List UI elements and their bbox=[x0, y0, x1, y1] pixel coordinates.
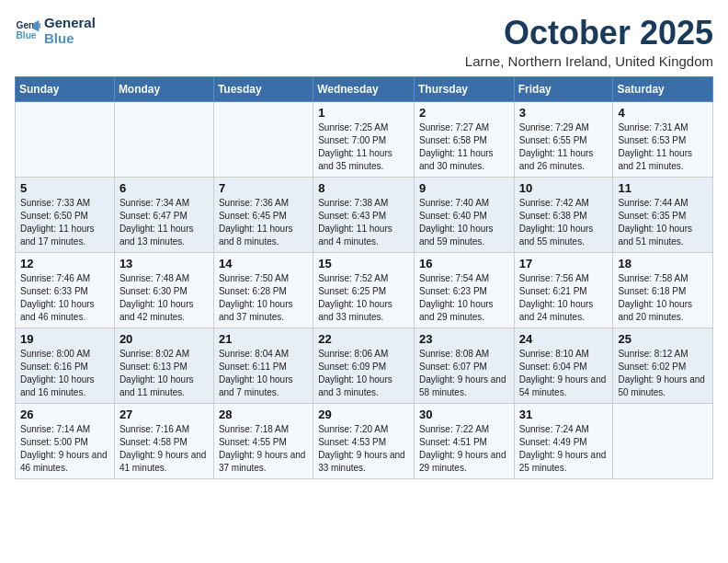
logo-line2: Blue bbox=[44, 30, 96, 46]
calendar-cell: 26Sunrise: 7:14 AM Sunset: 5:00 PM Dayli… bbox=[16, 403, 115, 478]
day-info: Sunrise: 7:14 AM Sunset: 5:00 PM Dayligh… bbox=[20, 423, 109, 475]
calendar-cell: 2Sunrise: 7:27 AM Sunset: 6:58 PM Daylig… bbox=[414, 101, 514, 177]
day-number: 3 bbox=[519, 106, 609, 120]
calendar-cell bbox=[613, 403, 713, 478]
calendar-cell: 16Sunrise: 7:54 AM Sunset: 6:23 PM Dayli… bbox=[414, 252, 514, 327]
day-info: Sunrise: 7:50 AM Sunset: 6:28 PM Dayligh… bbox=[219, 272, 308, 324]
calendar-cell: 9Sunrise: 7:40 AM Sunset: 6:40 PM Daylig… bbox=[414, 177, 514, 252]
day-number: 22 bbox=[318, 332, 409, 346]
day-info: Sunrise: 7:16 AM Sunset: 4:58 PM Dayligh… bbox=[119, 423, 209, 475]
day-number: 4 bbox=[618, 106, 708, 120]
day-info: Sunrise: 7:36 AM Sunset: 6:45 PM Dayligh… bbox=[219, 197, 308, 248]
calendar-cell: 3Sunrise: 7:29 AM Sunset: 6:55 PM Daylig… bbox=[514, 101, 613, 177]
header-day: Tuesday bbox=[213, 76, 313, 101]
day-number: 18 bbox=[618, 257, 708, 270]
day-number: 5 bbox=[20, 181, 109, 195]
day-info: Sunrise: 7:20 AM Sunset: 4:53 PM Dayligh… bbox=[318, 423, 409, 475]
day-number: 25 bbox=[618, 332, 708, 346]
calendar-cell: 5Sunrise: 7:33 AM Sunset: 6:50 PM Daylig… bbox=[16, 177, 115, 252]
day-number: 24 bbox=[519, 332, 609, 346]
day-number: 19 bbox=[20, 332, 109, 346]
calendar-cell bbox=[213, 101, 313, 177]
calendar-week-row: 19Sunrise: 8:00 AM Sunset: 6:16 PM Dayli… bbox=[16, 327, 713, 403]
calendar-cell: 18Sunrise: 7:58 AM Sunset: 6:18 PM Dayli… bbox=[613, 252, 713, 327]
day-info: Sunrise: 7:38 AM Sunset: 6:43 PM Dayligh… bbox=[318, 197, 409, 248]
day-info: Sunrise: 7:31 AM Sunset: 6:53 PM Dayligh… bbox=[618, 121, 708, 173]
day-number: 15 bbox=[318, 257, 409, 270]
calendar-cell: 19Sunrise: 8:00 AM Sunset: 6:16 PM Dayli… bbox=[16, 327, 115, 403]
day-info: Sunrise: 7:44 AM Sunset: 6:35 PM Dayligh… bbox=[618, 197, 708, 248]
day-info: Sunrise: 8:12 AM Sunset: 6:02 PM Dayligh… bbox=[618, 348, 708, 399]
calendar-cell: 8Sunrise: 7:38 AM Sunset: 6:43 PM Daylig… bbox=[313, 177, 415, 252]
day-info: Sunrise: 7:54 AM Sunset: 6:23 PM Dayligh… bbox=[419, 272, 509, 324]
day-number: 20 bbox=[119, 332, 209, 346]
calendar-cell: 27Sunrise: 7:16 AM Sunset: 4:58 PM Dayli… bbox=[114, 403, 213, 478]
calendar-cell: 23Sunrise: 8:08 AM Sunset: 6:07 PM Dayli… bbox=[414, 327, 514, 403]
calendar-cell: 31Sunrise: 7:24 AM Sunset: 4:49 PM Dayli… bbox=[514, 403, 613, 478]
day-number: 16 bbox=[419, 257, 509, 270]
day-info: Sunrise: 8:00 AM Sunset: 6:16 PM Dayligh… bbox=[20, 348, 109, 399]
day-number: 17 bbox=[519, 257, 609, 270]
day-number: 13 bbox=[119, 257, 209, 270]
day-info: Sunrise: 7:46 AM Sunset: 6:33 PM Dayligh… bbox=[20, 272, 109, 324]
header-day: Wednesday bbox=[313, 76, 415, 101]
day-number: 12 bbox=[20, 257, 109, 270]
calendar-cell: 20Sunrise: 8:02 AM Sunset: 6:13 PM Dayli… bbox=[114, 327, 213, 403]
calendar-cell bbox=[16, 101, 115, 177]
header-day: Sunday bbox=[16, 76, 115, 101]
header-day: Thursday bbox=[414, 76, 514, 101]
logo-line1: General bbox=[44, 15, 96, 30]
day-info: Sunrise: 7:33 AM Sunset: 6:50 PM Dayligh… bbox=[20, 197, 109, 248]
day-info: Sunrise: 8:04 AM Sunset: 6:11 PM Dayligh… bbox=[219, 348, 308, 399]
day-number: 29 bbox=[318, 408, 409, 421]
calendar-cell: 4Sunrise: 7:31 AM Sunset: 6:53 PM Daylig… bbox=[613, 101, 713, 177]
calendar-week-row: 26Sunrise: 7:14 AM Sunset: 5:00 PM Dayli… bbox=[16, 403, 713, 478]
calendar-cell: 17Sunrise: 7:56 AM Sunset: 6:21 PM Dayli… bbox=[514, 252, 613, 327]
calendar-cell: 28Sunrise: 7:18 AM Sunset: 4:55 PM Dayli… bbox=[213, 403, 313, 478]
calendar-cell: 29Sunrise: 7:20 AM Sunset: 4:53 PM Dayli… bbox=[313, 403, 415, 478]
calendar-week-row: 5Sunrise: 7:33 AM Sunset: 6:50 PM Daylig… bbox=[16, 177, 713, 252]
calendar-cell: 22Sunrise: 8:06 AM Sunset: 6:09 PM Dayli… bbox=[313, 327, 415, 403]
day-info: Sunrise: 8:08 AM Sunset: 6:07 PM Dayligh… bbox=[419, 348, 509, 399]
day-number: 21 bbox=[219, 332, 308, 346]
day-info: Sunrise: 7:48 AM Sunset: 6:30 PM Dayligh… bbox=[119, 272, 209, 324]
day-info: Sunrise: 7:24 AM Sunset: 4:49 PM Dayligh… bbox=[519, 423, 609, 475]
day-info: Sunrise: 7:56 AM Sunset: 6:21 PM Dayligh… bbox=[519, 272, 609, 324]
calendar-cell: 21Sunrise: 8:04 AM Sunset: 6:11 PM Dayli… bbox=[213, 327, 313, 403]
title-section: October 2025 Larne, Northern Ireland, Un… bbox=[465, 15, 713, 69]
header-day: Monday bbox=[114, 76, 213, 101]
calendar-week-row: 1Sunrise: 7:25 AM Sunset: 7:00 PM Daylig… bbox=[16, 101, 713, 177]
day-info: Sunrise: 7:29 AM Sunset: 6:55 PM Dayligh… bbox=[519, 121, 609, 173]
header: General Blue General Blue October 2025 L… bbox=[15, 15, 713, 69]
day-info: Sunrise: 8:10 AM Sunset: 6:04 PM Dayligh… bbox=[519, 348, 609, 399]
day-number: 11 bbox=[618, 181, 708, 195]
calendar-cell: 25Sunrise: 8:12 AM Sunset: 6:02 PM Dayli… bbox=[613, 327, 713, 403]
day-number: 6 bbox=[119, 181, 209, 195]
day-number: 14 bbox=[219, 257, 308, 270]
day-number: 26 bbox=[20, 408, 109, 421]
calendar-cell: 24Sunrise: 8:10 AM Sunset: 6:04 PM Dayli… bbox=[514, 327, 613, 403]
calendar-cell: 30Sunrise: 7:22 AM Sunset: 4:51 PM Dayli… bbox=[414, 403, 514, 478]
calendar-cell: 13Sunrise: 7:48 AM Sunset: 6:30 PM Dayli… bbox=[114, 252, 213, 327]
day-info: Sunrise: 7:18 AM Sunset: 4:55 PM Dayligh… bbox=[219, 423, 308, 475]
svg-text:Blue: Blue bbox=[17, 30, 37, 40]
day-number: 2 bbox=[419, 106, 509, 120]
day-number: 27 bbox=[119, 408, 209, 421]
calendar-cell: 1Sunrise: 7:25 AM Sunset: 7:00 PM Daylig… bbox=[313, 101, 415, 177]
header-day: Friday bbox=[514, 76, 613, 101]
day-info: Sunrise: 8:02 AM Sunset: 6:13 PM Dayligh… bbox=[119, 348, 209, 399]
calendar-cell: 14Sunrise: 7:50 AM Sunset: 6:28 PM Dayli… bbox=[213, 252, 313, 327]
day-info: Sunrise: 7:58 AM Sunset: 6:18 PM Dayligh… bbox=[618, 272, 708, 324]
calendar-title: October 2025 bbox=[465, 15, 713, 52]
day-info: Sunrise: 8:06 AM Sunset: 6:09 PM Dayligh… bbox=[318, 348, 409, 399]
day-number: 8 bbox=[318, 181, 409, 195]
day-number: 9 bbox=[419, 181, 509, 195]
day-info: Sunrise: 7:22 AM Sunset: 4:51 PM Dayligh… bbox=[419, 423, 509, 475]
calendar-cell: 12Sunrise: 7:46 AM Sunset: 6:33 PM Dayli… bbox=[16, 252, 115, 327]
calendar-week-row: 12Sunrise: 7:46 AM Sunset: 6:33 PM Dayli… bbox=[16, 252, 713, 327]
calendar-cell bbox=[114, 101, 213, 177]
day-number: 1 bbox=[318, 106, 409, 120]
day-number: 31 bbox=[519, 408, 609, 421]
day-info: Sunrise: 7:52 AM Sunset: 6:25 PM Dayligh… bbox=[318, 272, 409, 324]
calendar-cell: 6Sunrise: 7:34 AM Sunset: 6:47 PM Daylig… bbox=[114, 177, 213, 252]
